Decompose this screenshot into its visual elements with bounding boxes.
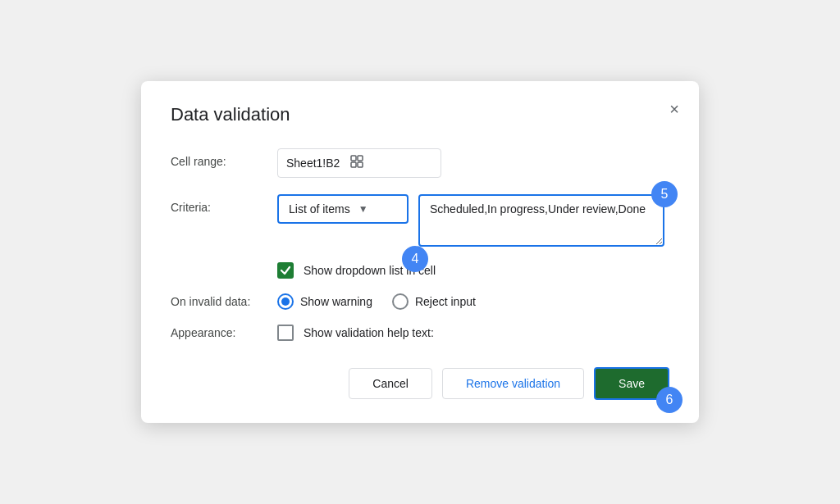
cell-range-input[interactable]: Sheet1!B2 — [277, 148, 441, 178]
cancel-button[interactable]: Cancel — [349, 368, 432, 399]
appearance-label: Appearance: — [171, 326, 277, 339]
dialog-title: Data validation — [171, 104, 669, 125]
criteria-label: Criteria: — [171, 194, 277, 214]
radio-reject-input[interactable]: Reject input — [392, 293, 476, 310]
dropdown-arrow-icon: ▼ — [358, 203, 368, 215]
radio-warning-label: Show warning — [300, 295, 372, 308]
items-textarea[interactable]: Scheduled,In progress,Under review,Done — [418, 194, 664, 247]
badge-4: 4 — [402, 246, 428, 272]
on-invalid-data-row: On invalid data: Show warning Reject inp… — [171, 293, 669, 310]
svg-rect-0 — [351, 156, 356, 161]
badge-6: 6 — [656, 387, 682, 413]
criteria-row: Criteria: List of items ▼ Scheduled,In p… — [171, 194, 669, 249]
svg-rect-3 — [358, 162, 363, 167]
grid-icon — [349, 154, 364, 172]
appearance-row: Appearance: Show validation help text: — [171, 325, 669, 341]
criteria-dropdown-value: List of items — [289, 202, 350, 216]
buttons-row: Cancel Remove validation Save 6 — [171, 367, 669, 400]
svg-rect-2 — [351, 162, 356, 167]
cell-range-row: Cell range: Sheet1!B2 — [171, 148, 669, 178]
show-dropdown-row: Show dropdown list in cell — [277, 262, 669, 279]
svg-rect-1 — [358, 156, 363, 161]
on-invalid-data-label: On invalid data: — [171, 295, 277, 308]
cell-range-value: Sheet1!B2 — [286, 157, 340, 170]
appearance-checkbox[interactable] — [277, 325, 294, 341]
radio-options: Show warning Reject input — [277, 293, 476, 310]
show-dropdown-checkbox[interactable] — [277, 262, 294, 279]
radio-reject-label: Reject input — [415, 295, 476, 308]
remove-validation-button[interactable]: Remove validation — [442, 368, 584, 399]
radio-circle-reject — [392, 293, 409, 310]
close-button[interactable]: × — [666, 98, 682, 120]
data-validation-dialog: Data validation × Cell range: Sheet1!B2 … — [141, 81, 699, 423]
radio-circle-warning — [277, 293, 294, 310]
radio-show-warning[interactable]: Show warning — [277, 293, 372, 310]
appearance-help-text-label: Show validation help text: — [304, 326, 434, 339]
badge-5: 5 — [651, 181, 678, 207]
criteria-dropdown[interactable]: List of items ▼ — [277, 194, 409, 224]
cell-range-label: Cell range: — [171, 148, 277, 168]
